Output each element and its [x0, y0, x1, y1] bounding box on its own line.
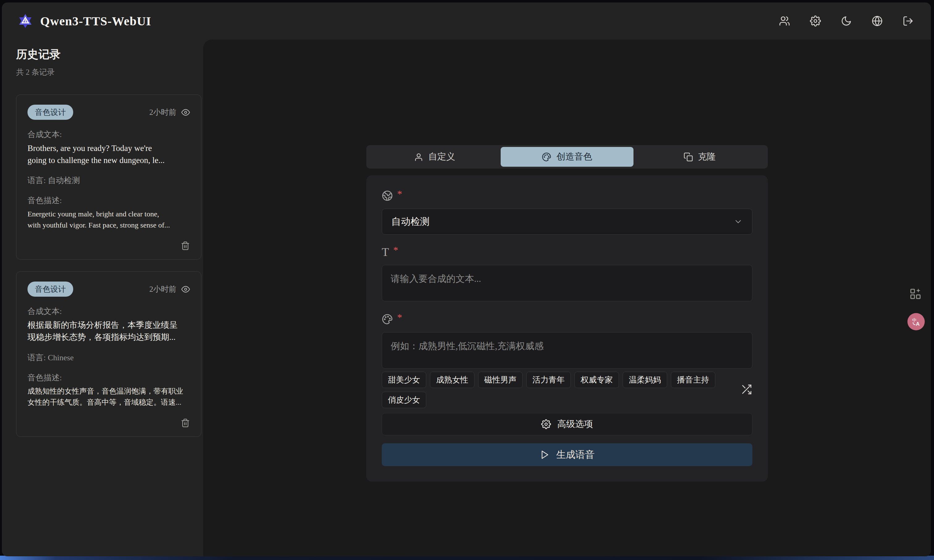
preset-tag[interactable]: 温柔妈妈 — [623, 372, 667, 388]
desc-label: 音色描述: — [28, 372, 190, 383]
history-sidebar: 历史记录 共 2 条记录 音色设计 2小时前 合成文本: Brothers, a… — [2, 40, 203, 556]
required-marker: * — [393, 246, 398, 254]
advanced-options-label: 高级选项 — [557, 418, 593, 430]
svg-text:A: A — [916, 321, 920, 327]
card-meta: 2小时前 — [150, 284, 190, 294]
type-badge: 音色设计 — [28, 105, 73, 120]
card-actions — [28, 241, 190, 251]
trash-icon — [181, 241, 190, 250]
app-window: Qwen3-TTS-WebUI — [2, 3, 931, 556]
synth-text-line: 现稳步增长态势，各项指标均达到预期... — [28, 331, 190, 343]
synth-text-line: 根据最新的市场分析报告，本季度业绩呈 — [28, 319, 190, 331]
shuffle-button[interactable] — [741, 384, 752, 396]
voice-desc-line: Energetic young male, bright and clear t… — [28, 208, 190, 220]
translate-icon: 中 A — [911, 317, 921, 327]
preset-tag[interactable]: 甜美少女 — [382, 372, 426, 388]
history-card[interactable]: 音色设计 2小时前 合成文本: Brothers, are you ready?… — [16, 94, 201, 260]
gear-icon — [541, 419, 551, 429]
delete-record-button[interactable] — [181, 241, 190, 251]
text-field-label: T * — [382, 246, 752, 260]
eye-icon[interactable] — [181, 285, 190, 294]
copy-icon — [684, 152, 693, 162]
chevron-down-icon — [734, 217, 743, 226]
logout-icon — [903, 15, 914, 26]
preset-tag[interactable]: 权威专家 — [575, 372, 619, 388]
record-count: 共 2 条记录 — [16, 67, 197, 77]
moon-icon — [841, 15, 852, 26]
tab-label: 克隆 — [698, 151, 716, 163]
user-icon — [414, 152, 424, 162]
voice-desc-line: 成熟知性的女性声音，音色温润饱满，带有职业 — [28, 386, 190, 397]
trash-icon — [181, 418, 190, 428]
voice-desc-line: with youthful vigor. Fast pace, strong s… — [28, 220, 190, 231]
grid-sparkle-icon — [909, 288, 922, 300]
preset-tag[interactable]: 活力青年 — [526, 372, 571, 388]
tab-label: 创造音色 — [556, 151, 592, 163]
tab-label: 自定义 — [428, 151, 455, 163]
translate-page-button[interactable]: 中 A — [908, 313, 925, 330]
header-actions — [779, 15, 914, 26]
palette-icon — [542, 152, 551, 162]
voice-description-input[interactable] — [382, 332, 752, 369]
globe-icon — [872, 15, 883, 26]
play-icon — [539, 450, 549, 460]
language-field-label: * — [382, 190, 752, 204]
sidebar-title: 历史记录 — [16, 47, 197, 62]
synthesis-text-input[interactable] — [382, 265, 752, 301]
voice-desc-line: 女性的干练气质。音高中等，音域稳定。语速... — [28, 397, 190, 408]
language-select[interactable]: 自动检测 — [382, 209, 752, 235]
settings-button[interactable] — [810, 15, 821, 26]
theme-toggle-button[interactable] — [841, 15, 852, 26]
app-title: Qwen3-TTS-WebUI — [40, 14, 151, 28]
users-icon — [779, 15, 790, 26]
preset-tag[interactable]: 磁性男声 — [478, 372, 522, 388]
extension-widget-button[interactable] — [909, 288, 922, 301]
preset-tag[interactable]: 播音主持 — [671, 372, 715, 388]
type-badge: 音色设计 — [28, 282, 73, 297]
preset-tag[interactable]: 俏皮少女 — [382, 392, 426, 408]
palette-icon — [382, 314, 393, 325]
tab-custom[interactable]: 自定义 — [368, 147, 501, 167]
preset-tag[interactable]: 成熟女性 — [430, 372, 475, 388]
qwen-logo-icon — [17, 13, 33, 29]
history-card[interactable]: 音色设计 2小时前 合成文本: 根据最新的市场分析报告，本季度业绩呈 现稳步增长… — [16, 271, 201, 437]
language-row: 语言: 自动检测 — [28, 175, 190, 186]
card-header: 音色设计 2小时前 — [28, 105, 190, 120]
create-voice-form: * 自动检测 T * — [366, 175, 768, 482]
language-button[interactable] — [872, 15, 883, 26]
main-content: 自定义 创造音色 克隆 — [203, 40, 931, 556]
generate-speech-button[interactable]: 生成语音 — [382, 443, 752, 466]
text-label: 合成文本: — [28, 306, 190, 317]
text-label: 合成文本: — [28, 129, 190, 140]
advanced-options-button[interactable]: 高级选项 — [382, 413, 752, 435]
gear-icon — [810, 15, 821, 26]
required-marker: * — [397, 314, 402, 321]
eye-icon[interactable] — [181, 108, 190, 117]
timestamp: 2小时前 — [150, 284, 177, 294]
earth-icon — [382, 190, 393, 201]
tab-create-voice[interactable]: 创造音色 — [501, 147, 633, 167]
card-actions — [28, 418, 190, 428]
logout-button[interactable] — [903, 15, 914, 26]
language-row: 语言: Chinese — [28, 352, 190, 363]
delete-record-button[interactable] — [181, 418, 190, 428]
language-select-value: 自动检测 — [391, 215, 430, 228]
brand: Qwen3-TTS-WebUI — [17, 13, 151, 29]
synth-text-line: Brothers, are you ready? Today we're — [28, 142, 190, 154]
preset-tags-area: 甜美少女 成熟女性 磁性男声 活力青年 权威专家 温柔妈妈 播音主持 俏皮少女 — [382, 372, 752, 408]
app-header: Qwen3-TTS-WebUI — [2, 3, 931, 40]
card-meta: 2小时前 — [150, 107, 190, 117]
type-icon: T — [382, 246, 389, 257]
center-column: 自定义 创造音色 克隆 — [366, 145, 768, 482]
timestamp: 2小时前 — [150, 107, 177, 117]
required-marker: * — [397, 190, 402, 198]
generate-speech-label: 生成语音 — [556, 448, 595, 461]
mode-tabbar: 自定义 创造音色 克隆 — [366, 145, 768, 169]
users-button[interactable] — [779, 15, 790, 26]
synth-text-line: going to challenge the new dungeon, le..… — [28, 154, 190, 166]
shuffle-icon — [741, 384, 752, 395]
voice-desc-field-label: * — [382, 314, 752, 327]
desktop-accent-strip — [0, 556, 934, 560]
card-header: 音色设计 2小时前 — [28, 282, 190, 297]
tab-clone[interactable]: 克隆 — [633, 147, 766, 167]
